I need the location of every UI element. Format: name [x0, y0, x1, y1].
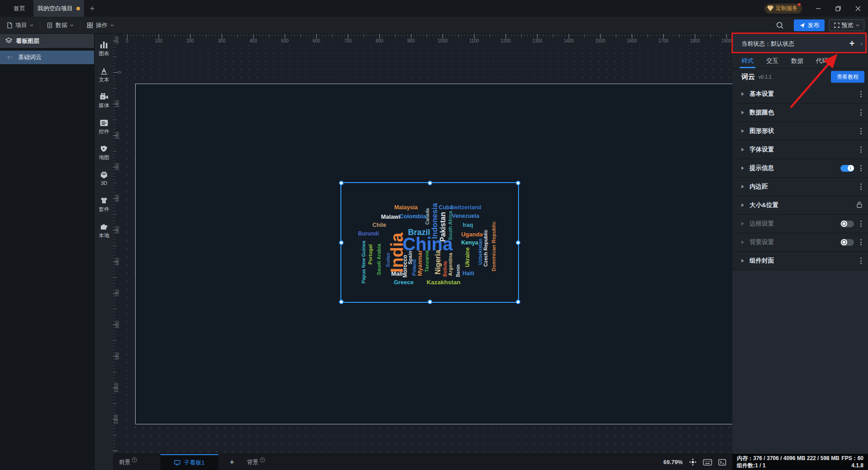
background-label[interactable]: 背景 +: [241, 454, 267, 470]
section-menu-icon[interactable]: [859, 238, 863, 246]
tab-数据[interactable]: 数据: [791, 54, 803, 68]
status-bar: 内存：376 / 3706 / 4096 MB 222 / 598 MB FPS…: [732, 454, 868, 470]
collapse-arrow-icon[interactable]: [741, 185, 744, 188]
h-ruler-label: 900: [407, 38, 415, 43]
new-tab-button[interactable]: +: [84, 0, 100, 17]
section-组件封面[interactable]: 组件封面: [732, 252, 868, 270]
toggle-switch[interactable]: [840, 221, 854, 227]
tab-代码[interactable]: 代码: [816, 54, 828, 68]
wordcloud-word: Mali: [391, 271, 402, 277]
close-button[interactable]: [848, 0, 868, 17]
collapse-arrow-icon[interactable]: [741, 222, 744, 226]
publish-button[interactable]: 发布: [794, 19, 825, 31]
section-menu-icon[interactable]: [859, 127, 863, 135]
board-tab-active[interactable]: 子看板1: [160, 454, 218, 470]
selection-handle[interactable]: [428, 181, 432, 185]
add-board-button[interactable]: +: [223, 454, 241, 470]
toggle-knob-icon: [841, 221, 847, 227]
add-foreground-icon[interactable]: +: [132, 457, 137, 462]
selection-handle[interactable]: [516, 181, 520, 185]
section-menu-icon[interactable]: [859, 146, 863, 154]
tab-current-project[interactable]: 我的空白项目: [33, 0, 84, 17]
section-基本设置[interactable]: 基本设置: [732, 85, 868, 103]
h-ruler-label: 100: [155, 38, 162, 43]
collapse-arrow-icon[interactable]: [741, 166, 744, 170]
shortcut-keys-button[interactable]: [703, 459, 712, 465]
section-内边距[interactable]: 内边距: [732, 178, 868, 196]
section-图形形状[interactable]: 图形形状: [732, 122, 868, 141]
rail-item-控件[interactable]: 控件: [94, 119, 113, 135]
zoom-level[interactable]: 69.79%: [664, 459, 683, 465]
toggle-knob-icon: [841, 239, 847, 245]
add-background-icon[interactable]: +: [260, 457, 265, 462]
v-ruler-label: 1000: [113, 383, 118, 393]
wordcloud-word: Colombia: [399, 213, 426, 219]
collapse-arrow-icon[interactable]: [741, 129, 744, 133]
wordcloud-word: Bolivia: [443, 261, 448, 277]
rail-item-本地[interactable]: 本地: [94, 223, 113, 239]
editor-canvas[interactable]: 0100200300400500600700800900100011001200…: [113, 34, 732, 454]
collapse-arrow-icon[interactable]: [741, 92, 744, 96]
section-menu-icon[interactable]: [859, 90, 863, 98]
selection-handle[interactable]: [516, 240, 520, 245]
wordcloud-word: Venezuela: [452, 213, 479, 219]
unsaved-dot-icon: [76, 7, 80, 10]
minimize-button[interactable]: [808, 0, 828, 17]
rail-item-地图[interactable]: 地图: [94, 145, 113, 161]
h-ruler-label: 1900: [722, 38, 731, 43]
collapse-arrow-icon[interactable]: [741, 203, 744, 207]
selection-handle[interactable]: [339, 240, 344, 245]
layers-panel: 看板图层 Txt 基础词云: [0, 34, 94, 470]
preview-button[interactable]: 预览: [829, 19, 864, 31]
section-提示信息[interactable]: 提示信息i: [732, 159, 868, 178]
lock-icon[interactable]: [856, 201, 863, 210]
section-menu-icon[interactable]: [859, 108, 863, 117]
custom-service-badge[interactable]: 定制服务: [764, 4, 802, 14]
component-count: 组件数:1 / 1: [737, 462, 765, 469]
selection-handle[interactable]: [428, 300, 432, 304]
tab-home[interactable]: 首页: [5, 0, 33, 17]
wordcloud-component-selection[interactable]: MalaysiaMalawiColombiaCanadaIndonesiaCub…: [340, 182, 519, 303]
toggle-switch[interactable]: i: [840, 165, 854, 172]
section-大小&位置[interactable]: 大小&位置: [732, 196, 868, 215]
section-menu-icon[interactable]: [859, 257, 863, 265]
settings-panel-empty: [732, 270, 868, 454]
collapse-arrow-icon[interactable]: [741, 111, 744, 114]
rail-item-媒体[interactable]: 媒体: [94, 93, 113, 109]
section-背景设置[interactable]: 背景设置: [732, 233, 868, 252]
wordcloud-word: Benin: [456, 264, 461, 277]
h-ruler-label: 300: [218, 38, 226, 43]
section-边框设置[interactable]: 边框设置: [732, 215, 868, 233]
view-tutorial-button[interactable]: 查看教程: [831, 71, 864, 83]
layer-item-wordcloud[interactable]: Txt 基础词云: [0, 51, 94, 64]
section-menu-icon[interactable]: [859, 183, 863, 191]
maximize-button[interactable]: [828, 0, 848, 17]
fit-screen-button[interactable]: [689, 458, 697, 466]
section-字体设置[interactable]: 字体设置: [732, 141, 868, 159]
wordcloud-word: Argentina: [448, 253, 453, 276]
section-数据颜色[interactable]: 数据颜色: [732, 103, 868, 122]
search-button[interactable]: [772, 21, 788, 29]
rail-item-3D[interactable]: 3D: [94, 171, 113, 186]
menu-project[interactable]: 项目: [0, 17, 40, 33]
menu-operations[interactable]: 操作: [80, 17, 120, 33]
collapse-arrow-icon[interactable]: [741, 148, 744, 151]
selection-handle[interactable]: [339, 181, 344, 185]
section-controls: i: [840, 164, 863, 172]
selection-handle[interactable]: [516, 300, 520, 304]
foreground-label[interactable]: 前景 +: [113, 454, 139, 470]
section-menu-icon[interactable]: [859, 220, 863, 228]
tab-样式[interactable]: 样式: [741, 54, 754, 68]
toggle-switch[interactable]: [840, 239, 854, 246]
section-menu-icon[interactable]: [859, 164, 863, 172]
console-button[interactable]: [718, 459, 726, 465]
section-label: 背景设置: [750, 238, 774, 246]
collapse-arrow-icon[interactable]: [741, 240, 744, 244]
tab-交互[interactable]: 交互: [766, 54, 778, 68]
selection-handle[interactable]: [339, 300, 344, 304]
rail-item-套件[interactable]: 套件: [94, 197, 113, 213]
menu-data[interactable]: 数据: [40, 17, 80, 33]
rail-item-图表[interactable]: 图表: [94, 41, 113, 57]
rail-item-文本[interactable]: 文本: [94, 67, 113, 83]
collapse-arrow-icon[interactable]: [741, 259, 744, 263]
